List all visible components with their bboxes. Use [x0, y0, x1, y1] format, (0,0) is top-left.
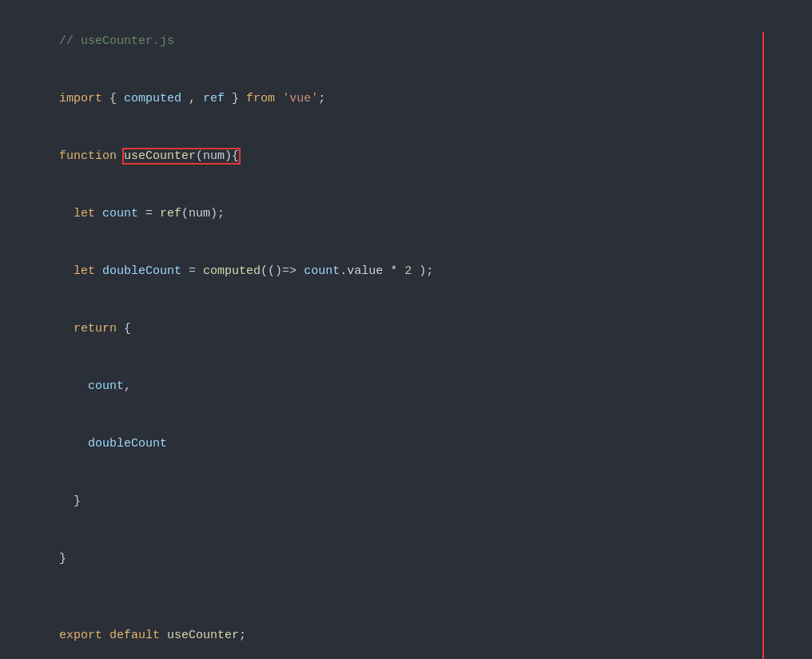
code-token: count [88, 379, 124, 393]
code-line: let doubleCount = computed(()=> count.va… [16, 243, 796, 300]
code-token: = [181, 264, 203, 278]
code-line: export default useCounter; [16, 607, 796, 659]
code-line: function useCounter(num){ [16, 128, 796, 185]
code-line: } [16, 530, 796, 588]
top-section: // useCounter.js import { computed , ref… [0, 0, 812, 659]
code-token: doubleCount [102, 264, 181, 278]
code-token: useCounter [124, 149, 196, 163]
code-line: count, [16, 358, 796, 415]
code-token: // useCounter.js [59, 34, 174, 48]
code-container: // useCounter.js import { computed , ref… [0, 0, 812, 659]
code-token: ref [203, 92, 225, 105]
code-line: // useCounter.js [16, 13, 796, 70]
code-token: ; [239, 629, 246, 642]
code-token [59, 264, 74, 278]
code-token: return [74, 322, 117, 335]
code-token: default [109, 629, 167, 642]
code-token: (num); [181, 207, 225, 220]
code-token [59, 207, 74, 220]
code-token: let [74, 207, 102, 220]
code-token: 'vue' [282, 92, 318, 105]
code-token: export [59, 629, 109, 642]
code-line: import { computed , ref } from 'vue'; [16, 70, 796, 128]
code-token: { [117, 322, 131, 335]
code-token: .value * [340, 264, 404, 278]
highlight-top-box: useCounter(num){ [124, 149, 239, 163]
code-line [16, 588, 796, 607]
code-token: let [74, 264, 102, 278]
code-token: (()=> [261, 264, 304, 278]
code-line: doubleCount [16, 415, 796, 473]
code-token: , [181, 92, 203, 105]
code-token [59, 437, 88, 451]
code-token: } [59, 494, 81, 508]
code-token: computed [124, 92, 181, 105]
code-token: 2 [404, 264, 412, 278]
code-token: } [59, 552, 66, 566]
code-token: , [124, 379, 131, 393]
code-line: } [16, 473, 796, 530]
code-token [59, 379, 88, 393]
code-token [59, 322, 74, 335]
code-token: computed [203, 264, 261, 278]
code-token: from [246, 92, 282, 105]
code-token: function [59, 149, 124, 163]
code-token: = [138, 207, 160, 220]
code-token: ; [318, 92, 325, 105]
code-token: import [59, 92, 109, 105]
code-token: count [102, 207, 138, 220]
code-line: return { [16, 300, 796, 358]
code-token: } [225, 92, 246, 105]
code-token: count [304, 264, 340, 278]
code-token: (num){ [196, 149, 239, 163]
code-token: ref [160, 207, 181, 220]
code-token: useCounter [167, 629, 239, 642]
code-token: doubleCount [88, 437, 167, 451]
code-token: ); [412, 264, 433, 278]
code-token: { [109, 92, 124, 105]
code-line: let count = ref(num); [16, 185, 796, 243]
